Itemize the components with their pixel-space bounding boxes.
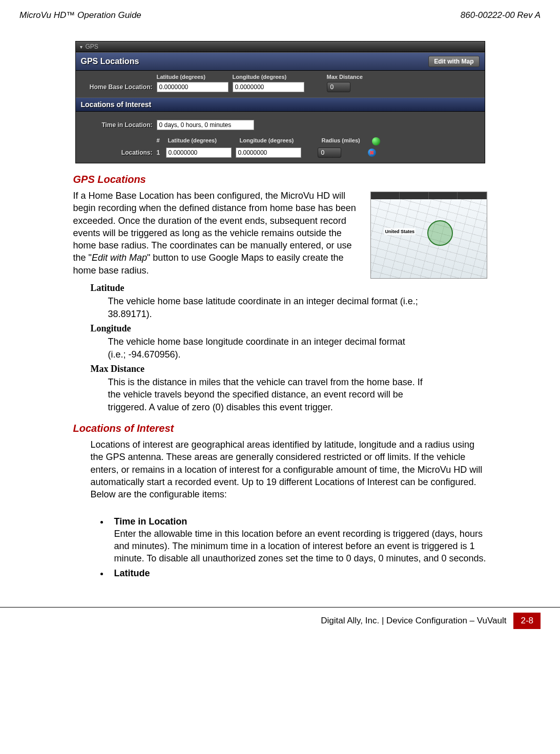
loi-bullet-list: Time in Location Enter the allowable tim… <box>109 515 487 579</box>
definition-list: Latitude The vehicle home base latitude … <box>91 282 487 413</box>
collapse-icon[interactable]: ▾ <box>80 44 82 50</box>
loc-lon-input[interactable] <box>236 148 301 158</box>
def-longitude: The vehicle home base longitude coordina… <box>108 336 426 361</box>
col-latitude: Latitude (degrees) <box>157 74 229 80</box>
loc-lat-input[interactable] <box>166 148 232 158</box>
panel-topbar: ▾ GPS <box>76 41 485 52</box>
page-number: 2-8 <box>513 613 541 629</box>
term-latitude: Latitude <box>91 282 487 294</box>
loc-radius-input[interactable]: 0 <box>318 148 341 158</box>
time-in-location-label: Time in Location: <box>81 121 153 129</box>
bullet-latitude: Latitude <box>109 567 487 579</box>
col-maxdist: Max Distance <box>327 74 373 80</box>
home-base-label: Home Base Location: <box>81 83 153 91</box>
delete-location-icon[interactable]: ✖ <box>368 149 376 157</box>
time-in-location-input[interactable] <box>157 120 254 130</box>
col-latitude-2: Latitude (degrees) <box>168 137 236 145</box>
row-number: 1 <box>157 149 162 156</box>
col-radius: Radius (miles) <box>322 137 368 145</box>
header-left: MicroVu HD™ Operation Guide <box>19 10 141 20</box>
home-lat-input[interactable] <box>157 82 229 92</box>
home-base-body: Latitude (degrees) Longitude (degrees) M… <box>76 71 485 97</box>
edit-with-map-button[interactable]: Edit with Map <box>428 56 479 67</box>
heading-gps-locations: GPS Locations <box>73 173 487 186</box>
bullet-time-in-location: Time in Location Enter the allowable tim… <box>109 515 487 565</box>
col-num: # <box>157 137 164 145</box>
map-thumbnail: United States <box>370 192 487 279</box>
def-latitude: The vehicle home base latitude coordinat… <box>108 295 426 320</box>
def-max-distance: This is the distance in miles that the v… <box>108 376 426 413</box>
panel-topbar-label: GPS <box>86 43 98 50</box>
map-radius-icon <box>427 220 453 246</box>
document-body: GPS Locations United States If a Home Ba… <box>50 173 511 581</box>
home-lon-input[interactable] <box>233 82 304 92</box>
term-longitude: Longitude <box>91 322 487 334</box>
loi-body: Time in Location: # Latitude (degrees) L… <box>76 112 485 163</box>
map-country-label: United States <box>384 228 416 235</box>
map-toolbar <box>371 192 487 199</box>
header-right: 860-00222-00 Rev A <box>461 10 541 20</box>
term-max-distance: Max Distance <box>91 363 487 375</box>
col-longitude-2: Longitude (degrees) <box>240 137 307 145</box>
add-location-icon[interactable] <box>372 137 380 145</box>
section-title-text: GPS Locations <box>81 57 139 66</box>
loi-paragraph: Locations of interest are geographical a… <box>91 438 487 500</box>
locations-label: Locations: <box>81 149 153 156</box>
loi-subheader: Locations of Interest <box>76 97 485 112</box>
gps-locations-header: GPS Locations Edit with Map <box>76 52 485 71</box>
page-footer: Digital Ally, Inc. | Device Configuratio… <box>0 607 560 639</box>
home-maxdist-input[interactable]: 0 <box>327 82 350 92</box>
page-header: MicroVu HD™ Operation Guide 860-00222-00… <box>0 10 560 26</box>
heading-locations-of-interest: Locations of Interest <box>73 422 487 435</box>
col-longitude: Longitude (degrees) <box>233 74 304 80</box>
footer-text: Digital Ally, Inc. | Device Configuratio… <box>321 616 506 626</box>
gps-config-screenshot: ▾ GPS GPS Locations Edit with Map Latitu… <box>75 41 485 163</box>
